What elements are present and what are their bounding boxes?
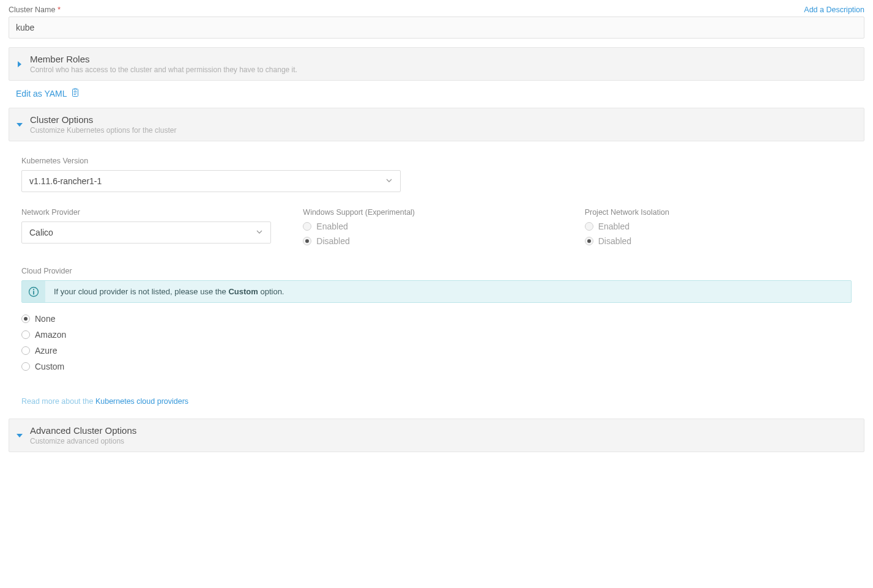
cluster-options-title: Cluster Options — [30, 114, 176, 125]
pni-disabled-radio[interactable]: Disabled — [585, 236, 852, 246]
caret-down-icon — [14, 433, 25, 439]
member-roles-title: Member Roles — [30, 54, 297, 64]
radio-icon — [21, 346, 30, 355]
radio-label: Disabled — [598, 236, 631, 246]
read-more-line: Read more about the Kubernetes cloud pro… — [21, 396, 852, 406]
advanced-options-section-header[interactable]: Advanced Cluster Options Customize advan… — [9, 419, 864, 452]
windows-enabled-radio[interactable]: Enabled — [303, 221, 570, 231]
windows-disabled-radio[interactable]: Disabled — [303, 236, 570, 246]
radio-label: None — [35, 314, 55, 324]
advanced-options-desc: Customize advanced options — [30, 437, 136, 445]
project-network-isolation-label: Project Network Isolation — [585, 208, 852, 217]
svg-point-6 — [33, 289, 34, 290]
caret-down-icon — [14, 122, 25, 128]
edit-as-yaml-link[interactable]: Edit as YAML — [16, 88, 79, 99]
read-more-prefix: Read more about the — [21, 397, 95, 406]
cluster-options-body: Kubernetes Version v1.11.6-rancher1-1 Ne… — [9, 141, 864, 419]
clipboard-icon — [71, 88, 79, 99]
cloud-provider-none-radio[interactable]: None — [21, 314, 852, 324]
cluster-name-input[interactable] — [9, 17, 864, 39]
cloud-provider-label: Cloud Provider — [21, 267, 852, 275]
svg-rect-1 — [74, 89, 76, 91]
cloud-provider-custom-radio[interactable]: Custom — [21, 362, 852, 371]
pni-enabled-radio[interactable]: Enabled — [585, 221, 852, 231]
windows-support-label: Windows Support (Experimental) — [303, 208, 570, 217]
k8s-version-value: v1.11.6-rancher1-1 — [29, 176, 102, 186]
svg-rect-7 — [33, 291, 34, 294]
radio-label: Azure — [35, 346, 58, 355]
info-text-prefix: If your cloud provider is not listed, pl… — [54, 287, 228, 296]
radio-label: Disabled — [316, 236, 349, 246]
member-roles-desc: Control who has access to the cluster an… — [30, 65, 297, 74]
network-provider-label: Network Provider — [21, 208, 288, 217]
cloud-provider-info: If your cloud provider is not listed, pl… — [21, 280, 852, 303]
radio-label: Amazon — [35, 330, 66, 340]
radio-icon — [21, 314, 30, 323]
k8s-version-label: Kubernetes Version — [21, 157, 852, 165]
chevron-down-icon — [256, 228, 263, 237]
radio-icon — [21, 330, 30, 339]
radio-icon — [585, 237, 593, 245]
required-indicator: * — [58, 5, 61, 14]
advanced-options-title: Advanced Cluster Options — [30, 425, 136, 436]
chevron-down-icon — [385, 176, 393, 186]
cluster-name-label: Cluster Name — [9, 6, 55, 14]
radio-icon — [303, 237, 311, 245]
network-provider-select[interactable]: Calico — [21, 221, 271, 244]
radio-icon — [21, 362, 30, 371]
radio-icon — [303, 222, 311, 231]
info-text-strong: Custom — [228, 287, 258, 296]
caret-right-icon — [14, 61, 25, 67]
cluster-options-section-header[interactable]: Cluster Options Customize Kubernetes opt… — [9, 108, 864, 141]
cloud-provider-azure-radio[interactable]: Azure — [21, 346, 852, 355]
cloud-provider-amazon-radio[interactable]: Amazon — [21, 330, 852, 340]
add-description-link[interactable]: Add a Description — [804, 6, 864, 14]
member-roles-section-header[interactable]: Member Roles Control who has access to t… — [9, 47, 864, 81]
cluster-options-desc: Customize Kubernetes options for the clu… — [30, 126, 176, 135]
radio-label: Enabled — [598, 221, 630, 231]
edit-as-yaml-label: Edit as YAML — [16, 89, 67, 99]
k8s-version-select[interactable]: v1.11.6-rancher1-1 — [21, 170, 401, 192]
network-provider-value: Calico — [29, 228, 53, 237]
k8s-cloud-providers-link[interactable]: Kubernetes cloud providers — [95, 397, 188, 406]
radio-label: Enabled — [316, 221, 347, 231]
radio-icon — [585, 222, 593, 231]
radio-label: Custom — [35, 362, 64, 371]
info-text-suffix: option. — [258, 287, 284, 296]
info-icon — [22, 281, 45, 302]
